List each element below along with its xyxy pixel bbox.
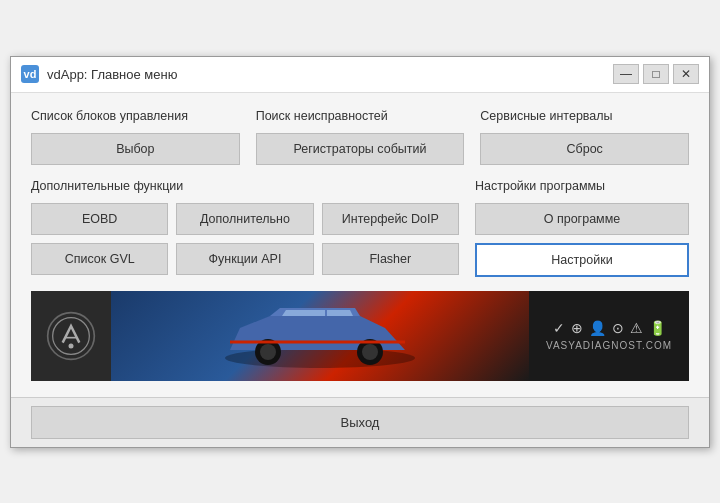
svg-point-2 [69,343,74,348]
api-functions-button[interactable]: Функции API [176,243,313,275]
banner-logo [31,291,111,381]
banner-icons-row: ✓ ⊕ 👤 ⊙ ⚠ 🔋 [553,320,666,336]
reset-button[interactable]: Сброс [480,133,689,165]
svg-point-1 [53,317,90,354]
additional-button[interactable]: Дополнительно [176,203,313,235]
person-icon: 👤 [589,320,606,336]
banner-car-image [111,291,529,381]
steering-icon: ⊙ [612,320,624,336]
svg-point-5 [260,344,276,360]
gvl-list-button[interactable]: Список GVL [31,243,168,275]
abs-icon: ⊕ [571,320,583,336]
minimize-button[interactable]: — [613,64,639,84]
doip-interface-button[interactable]: Интерфейс DoIP [322,203,459,235]
car-svg [210,298,430,373]
svg-point-3 [225,348,415,368]
check-icon: ✓ [553,320,565,336]
main-content: Список блоков управления Выбор Поиск неи… [11,93,709,397]
window-controls: — □ ✕ [613,64,699,84]
block-list-title: Список блоков управления [31,109,240,123]
app-icon: vd [21,65,39,83]
banner-domain-text: VASYADIAGNOST.COM [546,340,672,351]
block-list-section: Список блоков управления Выбор [31,109,240,165]
additional-buttons-row1: EOBD Дополнительно Интерфейс DoIP [31,203,459,235]
program-settings-title: Настройки программы [475,179,689,193]
bottom-sections-row: Дополнительные функции EOBD Дополнительн… [31,179,689,277]
additional-functions-title: Дополнительные функции [31,179,459,193]
svg-point-7 [362,344,378,360]
about-button[interactable]: О программе [475,203,689,235]
fault-search-section: Поиск неисправностей Регистраторы событи… [256,109,465,165]
warning-icon: ⚠ [630,320,643,336]
service-intervals-section: Сервисные интервалы Сброс [480,109,689,165]
window-title: vdApp: Главное меню [47,67,177,82]
exit-button[interactable]: Выход [31,406,689,439]
svg-point-0 [48,312,95,359]
additional-buttons-row2: Список GVL Функции API Flasher [31,243,459,275]
program-settings-section: Настройки программы О программе Настройк… [475,179,689,277]
close-button[interactable]: ✕ [673,64,699,84]
event-recorders-button[interactable]: Регистраторы событий [256,133,465,165]
title-bar: vd vdApp: Главное меню — □ ✕ [11,57,709,93]
main-window: vd vdApp: Главное меню — □ ✕ Список блок… [10,56,710,448]
additional-functions-section: Дополнительные функции EOBD Дополнительн… [31,179,459,277]
footer: Выход [11,397,709,447]
eobd-button[interactable]: EOBD [31,203,168,235]
maximize-button[interactable]: □ [643,64,669,84]
advertisement-banner: ✓ ⊕ 👤 ⊙ ⚠ 🔋 VASYADIAGNOST.COM [31,291,689,381]
title-bar-left: vd vdApp: Главное меню [21,65,177,83]
top-sections-row: Список блоков управления Выбор Поиск неи… [31,109,689,165]
vasya-logo-icon [46,311,96,361]
flasher-button[interactable]: Flasher [322,243,459,275]
battery-icon: 🔋 [649,320,666,336]
fault-search-title: Поиск неисправностей [256,109,465,123]
settings-button[interactable]: Настройки [475,243,689,277]
banner-right-panel: ✓ ⊕ 👤 ⊙ ⚠ 🔋 VASYADIAGNOST.COM [529,291,689,381]
service-intervals-title: Сервисные интервалы [480,109,689,123]
select-button[interactable]: Выбор [31,133,240,165]
